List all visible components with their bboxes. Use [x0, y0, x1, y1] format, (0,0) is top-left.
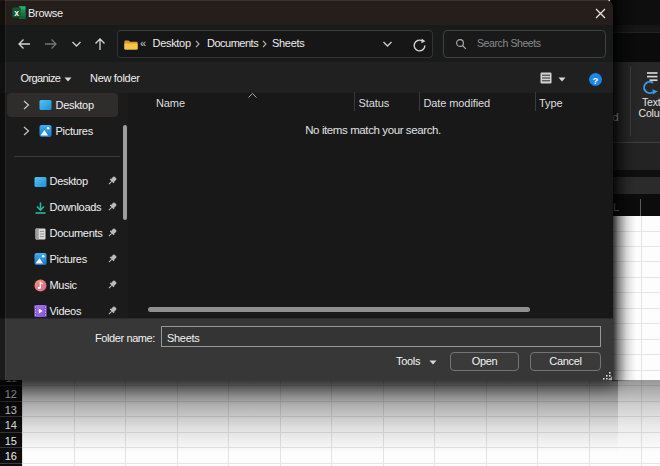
svg-text:x: x — [14, 8, 19, 18]
